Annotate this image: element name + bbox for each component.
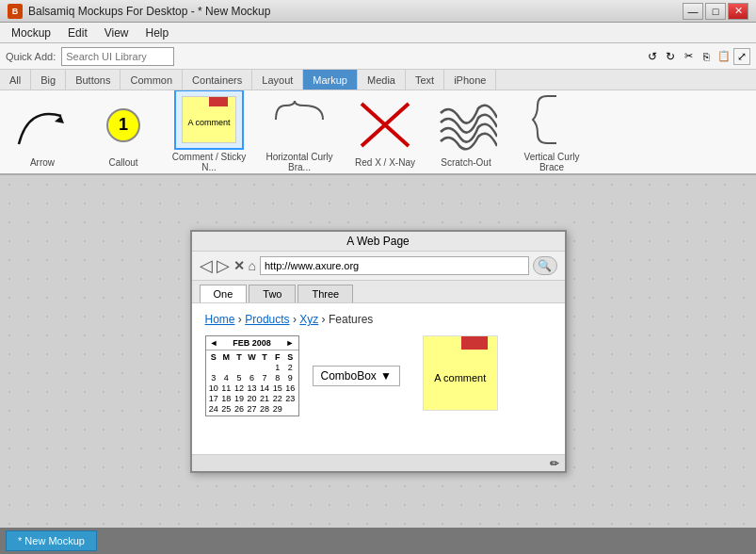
cal-day-14[interactable]: 14 bbox=[259, 383, 271, 393]
cal-day-12[interactable]: 12 bbox=[233, 383, 246, 393]
bottom-tab-new-mockup[interactable]: * New Mockup bbox=[6, 530, 97, 551]
menu-mockup[interactable]: Mockup bbox=[4, 24, 58, 41]
browser-tab-three[interactable]: Three bbox=[298, 285, 353, 302]
svg-marker-0 bbox=[55, 116, 64, 123]
comp-vert-curly[interactable]: Vertical Curly Brace bbox=[514, 91, 589, 172]
cal-day-27[interactable]: 27 bbox=[246, 404, 258, 414]
comp-comment-sticky[interactable]: A comment Comment / Sticky N... bbox=[171, 91, 247, 172]
comp-redx[interactable]: Red X / X-Nay bbox=[352, 97, 418, 168]
cal-t1: T bbox=[233, 352, 246, 362]
comp-horiz-curly[interactable]: Horizontal Curly Bra... bbox=[262, 91, 337, 172]
breadcrumb-xyz[interactable]: Xyz bbox=[299, 313, 318, 326]
quick-add-label: Quick Add: bbox=[6, 51, 56, 62]
cal-day-11[interactable]: 11 bbox=[220, 383, 233, 393]
browser-statusbar: ✏ bbox=[192, 454, 565, 471]
cal-day-29[interactable]: 29 bbox=[271, 404, 283, 414]
close-button[interactable]: ✕ bbox=[728, 3, 748, 20]
cal-day-20[interactable]: 20 bbox=[246, 394, 258, 403]
cal-day-25[interactable]: 25 bbox=[220, 404, 233, 414]
cal-day-9[interactable]: 9 bbox=[284, 373, 297, 383]
callout-circle: 1 bbox=[106, 108, 140, 142]
comp-horiz-curly-preview bbox=[266, 91, 332, 148]
cal-day-10[interactable]: 10 bbox=[208, 383, 220, 393]
combobox-widget[interactable]: ComboBox ▼ bbox=[313, 366, 400, 386]
main-canvas: A Web Page ◁ ▷ ✕ ⌂ 🔍 One Two Three Home … bbox=[0, 175, 756, 528]
tab-containers[interactable]: Containers bbox=[183, 70, 252, 90]
browser-nav: ◁ ▷ ✕ ⌂ 🔍 bbox=[192, 252, 565, 281]
toolbar-undo-icon[interactable]: ↺ bbox=[644, 48, 661, 65]
address-bar[interactable] bbox=[260, 256, 529, 275]
browser-tabs: One Two Three bbox=[192, 281, 565, 303]
menu-help[interactable]: Help bbox=[138, 24, 177, 41]
cal-day-4[interactable]: 4 bbox=[220, 373, 233, 383]
cal-day-16[interactable]: 16 bbox=[284, 383, 297, 393]
cal-day-3[interactable]: 3 bbox=[208, 373, 220, 383]
toolbar-copy-icon[interactable]: ⎘ bbox=[698, 48, 715, 65]
comp-arrow-preview bbox=[9, 97, 75, 154]
component-tabs: All Big Buttons Common Containers Layout… bbox=[0, 70, 756, 90]
comp-vert-curly-label: Vertical Curly Brace bbox=[514, 152, 589, 172]
comp-callout[interactable]: 1 Callout bbox=[90, 97, 156, 168]
home-button[interactable]: ⌂ bbox=[249, 258, 256, 273]
comp-scratch-label: Scratch-Out bbox=[441, 157, 491, 168]
minimize-button[interactable]: — bbox=[683, 3, 703, 20]
breadcrumb-home[interactable]: Home bbox=[205, 313, 235, 326]
tab-all[interactable]: All bbox=[0, 70, 31, 90]
combobox-arrow-icon: ▼ bbox=[380, 369, 392, 383]
tab-iphone[interactable]: iPhone bbox=[444, 70, 496, 90]
cal-day-23[interactable]: 23 bbox=[284, 394, 297, 403]
tab-markup[interactable]: Markup bbox=[303, 70, 358, 90]
tab-big[interactable]: Big bbox=[31, 70, 66, 90]
cal-day-1[interactable]: 1 bbox=[271, 363, 283, 372]
cal-day-28[interactable]: 28 bbox=[259, 404, 271, 414]
cal-day-22[interactable]: 22 bbox=[271, 394, 283, 403]
cal-day-15[interactable]: 15 bbox=[271, 383, 283, 393]
cal-day-26[interactable]: 26 bbox=[233, 404, 246, 414]
back-button[interactable]: ◁ bbox=[200, 255, 213, 276]
breadcrumb: Home › Products › Xyz › Features bbox=[205, 313, 552, 326]
cal-next[interactable]: ► bbox=[286, 338, 295, 348]
comp-sticky-preview: A comment bbox=[176, 91, 242, 148]
maximize-button[interactable]: □ bbox=[705, 3, 726, 20]
stop-button[interactable]: ✕ bbox=[233, 258, 245, 273]
cal-day-6[interactable]: 6 bbox=[246, 373, 258, 383]
sticky-tab bbox=[209, 97, 228, 106]
comp-arrow[interactable]: Arrow bbox=[9, 97, 75, 168]
cal-day-8[interactable]: 8 bbox=[271, 373, 283, 383]
tab-buttons[interactable]: Buttons bbox=[66, 70, 121, 90]
cal-day-21[interactable]: 21 bbox=[259, 394, 271, 403]
combobox-label: ComboBox bbox=[321, 369, 377, 383]
menu-view[interactable]: View bbox=[97, 24, 137, 41]
menu-edit[interactable]: Edit bbox=[60, 24, 95, 41]
cal-day-24[interactable]: 24 bbox=[208, 404, 220, 414]
cal-day-7[interactable]: 7 bbox=[259, 373, 271, 383]
cal-day-5[interactable]: 5 bbox=[233, 373, 246, 383]
browser-tab-two[interactable]: Two bbox=[249, 285, 296, 302]
search-input[interactable] bbox=[61, 47, 174, 66]
cal-day-17[interactable]: 17 bbox=[208, 394, 220, 403]
cal-prev[interactable]: ◄ bbox=[210, 338, 218, 348]
toolbar-cut-icon[interactable]: ✂ bbox=[680, 48, 697, 65]
comp-scratch-out[interactable]: Scratch-Out bbox=[433, 97, 499, 168]
tab-media[interactable]: Media bbox=[358, 70, 406, 90]
breadcrumb-products[interactable]: Products bbox=[245, 313, 289, 326]
comp-scratch-preview bbox=[433, 97, 499, 154]
tab-layout[interactable]: Layout bbox=[252, 70, 303, 90]
cal-day-19[interactable]: 19 bbox=[233, 394, 246, 403]
toolbar-paste-icon[interactable]: 📋 bbox=[716, 48, 732, 65]
forward-button[interactable]: ▷ bbox=[217, 255, 230, 276]
cal-day-13[interactable]: 13 bbox=[246, 383, 258, 393]
browser-tab-one[interactable]: One bbox=[200, 285, 248, 302]
toolbar-redo-icon[interactable]: ↻ bbox=[662, 48, 679, 65]
breadcrumb-current: Features bbox=[329, 313, 373, 326]
tab-text[interactable]: Text bbox=[406, 70, 444, 90]
search-button[interactable]: 🔍 bbox=[533, 256, 557, 275]
cal-t2: T bbox=[259, 352, 271, 362]
cal-s2: S bbox=[284, 352, 297, 362]
cal-day-2[interactable]: 2 bbox=[284, 363, 297, 372]
sticky-red-tab bbox=[461, 336, 488, 350]
tab-common[interactable]: Common bbox=[121, 70, 183, 90]
cal-month: FEB 2008 bbox=[233, 338, 271, 348]
cal-day-18[interactable]: 18 bbox=[220, 394, 233, 403]
toolbar-resize-icon[interactable]: ⤢ bbox=[733, 48, 750, 65]
